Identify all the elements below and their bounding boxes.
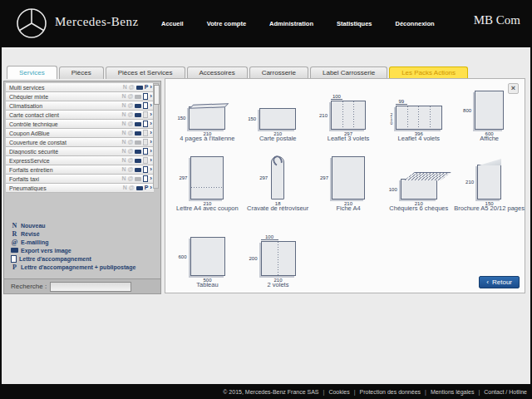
format-card-4-pages-a-l-italienne[interactable]: 1502104 pages à l'italienne [172,106,243,145]
export-image-icon [135,168,141,172]
chevron-right-icon[interactable]: › [150,166,152,173]
dimension-bottom: 210 [332,201,365,206]
scrollbar-thumb[interactable] [154,85,160,105]
format-caption: 4 pages à l'italienne [180,135,234,145]
footer-link-protection-des-donnees[interactable]: Protection des données [360,389,421,395]
footer-link-mentions-legales[interactable]: Mentions légales [431,389,475,395]
services-sidebar: Multi servicesN@P›Chéquier mixteN@›Clima… [3,81,161,294]
format-diagram: 297210 [332,156,365,200]
chevron-right-icon[interactable]: › [150,148,152,155]
chevron-right-icon[interactable]: › [150,84,152,91]
search-input[interactable] [50,282,131,292]
publipostage-icon: P [145,185,149,191]
chevron-right-icon[interactable]: › [150,102,152,109]
format-card-affiche[interactable]: 800600Affiche [454,91,525,145]
dimension-top: 100 [261,234,278,240]
legend-item-revise: RRévisé [11,229,135,238]
dimension-bottom: 396 [396,131,442,136]
sidebar-item-chequier-mixte[interactable]: Chéquier mixteN@› [6,92,154,101]
nouveau-icon: N [121,157,126,164]
sidebar-item-forfaits-entretien[interactable]: Forfaits entretienN@› [6,165,154,175]
chevron-right-icon[interactable]: › [150,185,152,191]
sidebar-scrollbar[interactable] [153,83,159,189]
tab-services[interactable]: Services [7,66,57,79]
legend-label: Nouveau [21,223,46,229]
chevron-right-icon[interactable]: › [150,93,152,100]
chevron-right-icon[interactable]: › [150,130,152,136]
format-diagram: 600500 [190,237,225,276]
export-image-icon [135,131,141,135]
sidebar-item-couverture-de-constat[interactable]: Couverture de constatN@› [6,138,154,147]
sidebar-item-multi-services[interactable]: Multi servicesN@P› [6,83,154,92]
sidebar-item-pneumatiques[interactable]: PneumatiquesN@P› [6,184,154,193]
search-label: Recherche : [11,283,47,290]
dimension-left: 200 [249,256,258,261]
tab-pieces-et-services[interactable]: Pièces et Services [106,66,185,79]
export-image-icon [135,140,141,145]
format-caption: Brochure A5 20/12 pages [454,205,525,222]
format-caption: Tableau [196,282,218,292]
format-card-cravate-de-retroviseur[interactable]: 29718Cravate de rétroviseur [243,156,313,222]
footer-link-cookies[interactable]: Cookies [328,389,349,395]
nav-item-votre-compte[interactable]: Votre compte [207,20,246,27]
nav-item-deconnexion[interactable]: Déconnexion [396,20,435,27]
chevron-right-icon[interactable]: › [150,175,152,182]
format-card-fiche-a4[interactable]: 297210Fiche A4 [313,156,384,222]
nav-item-administration[interactable]: Administration [269,20,313,27]
legend-symbol: P [11,264,18,271]
tab-pieces[interactable]: Pièces [59,66,104,79]
format-caption: 2 volets [268,282,289,292]
nav-item-statistiques[interactable]: Statistiques [337,20,372,27]
format-card-carte-postale[interactable]: 150210Carte postale [243,108,313,145]
sidebar-item-carte-contact-client[interactable]: Carte contact clientN@› [6,111,154,120]
dimension-left: 297 [259,175,268,180]
format-diagram: 100200210 [261,241,296,276]
sidebar-item-diagnostic-securite[interactable]: Diagnostic sécuritéN@› [6,147,154,156]
format-grid: 1502104 pages à l'italienne150210Carte p… [165,79,525,292]
footer-link-contact-hotline[interactable]: Contact / Hotline [484,389,527,395]
sidebar-item-expressservice[interactable]: ExpressServiceN@› [6,156,154,165]
chevron-right-icon[interactable]: › [150,121,152,127]
dimension-left: 297 [179,175,187,180]
tab-les-packs-actions[interactable]: Les Packs Actions [389,66,468,79]
export-image-icon [135,95,141,99]
format-card-chequiers-6-cheques[interactable]: 100210Chéquiers 6 chèques [383,179,454,222]
export-image-icon [135,113,141,117]
format-diagram: 29718 [271,156,284,200]
back-button[interactable]: ‹Retour [479,276,520,288]
tab-carrosserie[interactable]: Carrosserie [249,66,308,79]
sidebar-item-climatisation[interactable]: ClimatisationN@› [6,101,154,111]
sidebar-item-icons: N@› [121,175,152,182]
format-diagram: 150210 [189,106,225,130]
letter-icon [143,130,148,136]
sidebar-item-controle-technique[interactable]: Contrôle techniqueN@› [6,120,154,129]
export-image-icon [135,104,141,108]
format-card-leaflet-4-volets[interactable]: 99210396Leaflet 4 volets [383,99,454,145]
chevron-right-icon[interactable]: › [150,157,152,164]
sidebar-item-coupon-adblue[interactable]: Coupon AdBlueN@› [6,129,154,138]
close-icon[interactable]: × [508,83,519,94]
format-diagram: 150210 [259,108,296,130]
format-caption: Affiche [480,135,499,145]
format-card-brochure-a5-20-12-pages[interactable]: 210150Brochure A5 20/12 pages [454,165,525,222]
format-shape [332,156,365,200]
format-card-lettre-a4-avec-coupon[interactable]: 297210Lettre A4 avec coupon [172,156,243,222]
dimension-left: 210 [389,111,393,124]
chevron-right-icon[interactable]: › [150,139,152,145]
back-arrow-icon: ‹ [486,278,489,286]
format-shape [259,108,296,130]
sidebar-item-forfaits-taxi[interactable]: Forfaits taxiN@› [6,175,154,184]
legend-label: Export vers image [21,248,71,254]
tab-accessoires[interactable]: Accessoires [187,66,248,79]
sidebar-item-label: ExpressService [9,158,121,164]
chevron-right-icon[interactable]: › [150,111,152,118]
mercedes-logo-icon [15,7,48,40]
format-card-tableau[interactable]: 600500Tableau [172,237,243,292]
format-card-leaflet-3-volets[interactable]: 100210297Leaflet 3 volets [313,94,384,145]
format-diagram: 210150 [477,165,501,200]
format-row: 1502104 pages à l'italienne150210Carte p… [165,79,525,145]
format-card-2-volets[interactable]: 1002002102 volets [243,234,313,292]
format-row: 297210Lettre A4 avec coupon29718Cravate … [165,145,525,222]
tab-label-carrosserie[interactable]: Label Carrosserie [310,66,387,79]
nav-item-accueil[interactable]: Accueil [161,20,184,27]
